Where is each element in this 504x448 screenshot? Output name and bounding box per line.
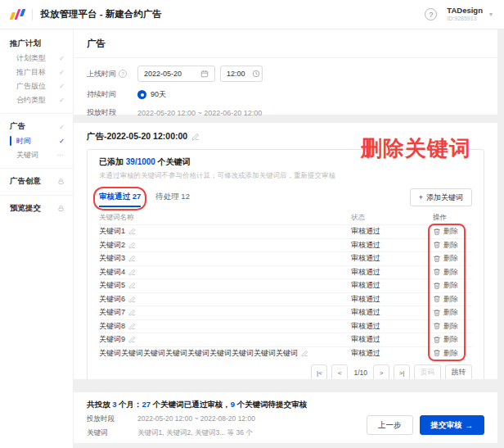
sidebar-section-label: 预览提交	[10, 203, 41, 214]
edit-icon[interactable]	[128, 255, 136, 262]
keyword-name: 关键词6	[99, 294, 125, 305]
calendar-icon	[200, 70, 209, 78]
sidebar-section: 广告✓时间✓关键词⋯	[0, 114, 73, 169]
sidebar-item-推广目标[interactable]: 推广目标✓	[10, 66, 65, 78]
chevron-down-icon[interactable]: ▾	[489, 11, 493, 18]
edit-icon[interactable]	[128, 228, 136, 235]
tab-待处理[interactable]: 待处理 12	[155, 192, 190, 207]
tab-审核通过[interactable]: 审核通过 27	[99, 192, 141, 207]
sidebar-section: 推广计划计划类型✓推广目标✓广告版位✓合约类型✓	[0, 31, 73, 114]
keyword-name: 关键词3	[99, 253, 125, 264]
summary-text: 个关键词待提交审核	[235, 400, 307, 409]
edit-icon[interactable]	[128, 242, 136, 249]
page-title: 投放管理平台 - 新建合约广告	[41, 8, 162, 20]
col-action: 操作	[433, 213, 472, 223]
ad-instance-title: 广告-2022-05-20 12:00:00	[87, 131, 484, 143]
sidebar-section-label: 广告	[10, 121, 25, 132]
sidebar-nav: 推广计划计划类型✓推广目标✓广告版位✓合约类型✓广告✓时间✓关键词⋯广告创意预览…	[0, 29, 74, 448]
added-count-line: 已添加 39/1000 个关键词	[99, 156, 472, 168]
help-icon[interactable]: ?	[425, 8, 437, 20]
sidebar-item-广告版位[interactable]: 广告版位✓	[10, 80, 65, 92]
status-text: 审核通过	[351, 253, 433, 264]
edit-icon[interactable]	[128, 282, 136, 289]
delete-button[interactable]: 删除	[433, 253, 472, 264]
delete-button[interactable]: 删除	[433, 294, 472, 305]
prev-step-button[interactable]: 上一步	[367, 415, 413, 435]
trash-icon	[433, 336, 441, 344]
radio-selected-icon[interactable]	[137, 90, 146, 99]
sidebar-item-计划类型[interactable]: 计划类型✓	[10, 52, 65, 64]
table-row: 关键词9审核通过删除	[99, 333, 472, 346]
ad-form-panel: 广告 上线时间 ? 2022-05-20 12:00 持续时间 90天	[74, 29, 497, 115]
edit-icon[interactable]	[128, 309, 136, 316]
status-text: 审核通过	[351, 226, 433, 237]
check-icon: ✓	[59, 123, 65, 131]
sidebar-section-label: 推广计划	[10, 38, 41, 49]
pagination-last-button[interactable]: >|	[394, 364, 410, 379]
sidebar-item-时间[interactable]: 时间✓	[10, 135, 65, 147]
status-text: 审核通过	[351, 280, 433, 291]
delete-label: 删除	[443, 280, 458, 291]
edit-icon[interactable]	[191, 133, 200, 141]
add-keyword-button[interactable]: + 添加关键词	[410, 188, 472, 206]
date-picker[interactable]: 2022-05-20	[137, 66, 215, 82]
delete-button[interactable]: 删除	[433, 267, 472, 278]
submit-review-button[interactable]: 提交审核 →	[420, 415, 485, 435]
keyword-table-body: 关键词1审核通过删除关键词2审核通过删除关键词3审核通过删除关键词4审核通过删除…	[99, 224, 472, 360]
edit-icon[interactable]	[128, 323, 136, 330]
pagination-page-input[interactable]: 页码	[414, 364, 441, 379]
pagination-prev-button[interactable]: <	[331, 364, 348, 379]
delete-button[interactable]: 删除	[433, 226, 472, 237]
trash-icon	[433, 295, 441, 303]
sidebar-section-title[interactable]: 广告创意	[10, 175, 65, 188]
pagination-next-button[interactable]: >	[373, 364, 389, 379]
sidebar-item-label: 计划类型	[16, 53, 46, 64]
delete-button[interactable]: 删除	[433, 280, 472, 291]
brand-logo-icon	[10, 9, 25, 20]
duration-option[interactable]: 90天	[151, 89, 166, 100]
keyword-name-cell: 关键词1	[99, 226, 351, 237]
trash-icon	[433, 282, 441, 290]
keyword-name-cell: 关键词6	[99, 294, 351, 305]
sidebar-section-title[interactable]: 广告✓	[10, 120, 65, 133]
sidebar-item-label: 广告版位	[16, 81, 46, 92]
delete-button[interactable]: 删除	[433, 348, 472, 359]
table-row: 关键词2审核通过删除	[99, 238, 472, 252]
sidebar-section-title[interactable]: 推广计划	[10, 38, 65, 50]
delete-button[interactable]: 删除	[433, 307, 472, 318]
section-title-ad: 广告	[74, 38, 497, 58]
trash-icon	[433, 349, 441, 357]
edit-icon[interactable]	[301, 350, 308, 357]
delete-button[interactable]: 删除	[433, 334, 472, 345]
table-row: 关键词关键词关键词关键词关键词关键词关键词关键词关键词审核通过删除	[99, 346, 472, 360]
keyword-name-cell: 关键词9	[99, 334, 351, 345]
pagination-first-button[interactable]: |<	[311, 364, 327, 379]
trash-icon	[433, 268, 441, 276]
summary-footer: 共投放 3 个月：27 个关键词已通过审核，9 个关键词待提交审核 投放时段 2…	[74, 392, 497, 443]
edit-icon[interactable]	[128, 336, 136, 343]
status-text: 审核通过	[351, 240, 433, 251]
arrow-right-icon: →	[466, 421, 474, 430]
sidebar-item-关键词[interactable]: 关键词⋯	[10, 149, 65, 161]
time-picker[interactable]: 12:00	[220, 66, 263, 82]
help-tooltip-icon[interactable]: ?	[119, 70, 127, 78]
sidebar-section-title[interactable]: 预览提交	[10, 202, 65, 215]
summary-number: 27	[142, 400, 151, 409]
sidebar-item-合约类型[interactable]: 合约类型✓	[10, 94, 65, 106]
added-count: 39/1000	[126, 157, 155, 166]
status-text: 审核通过	[351, 307, 433, 318]
delete-button[interactable]: 删除	[433, 321, 472, 332]
edit-icon[interactable]	[128, 269, 136, 276]
keyword-name-cell: 关键词5	[99, 280, 351, 291]
trash-icon	[433, 228, 441, 236]
check-icon: ✓	[59, 54, 65, 62]
pagination-jump-button[interactable]: 跳转	[445, 364, 472, 379]
user-account[interactable]: TADesign ID:9285913	[447, 7, 483, 22]
trash-icon	[433, 241, 441, 249]
delete-button[interactable]: 删除	[433, 240, 472, 251]
keyword-name-cell: 关键词4	[99, 267, 351, 278]
keyword-panel: 删除关键词 广告-2022-05-20 12:00:00 已添加 39/1000…	[74, 123, 497, 379]
table-row: 关键词5审核通过删除	[99, 278, 472, 292]
delete-label: 删除	[443, 294, 458, 305]
edit-icon[interactable]	[128, 296, 136, 303]
